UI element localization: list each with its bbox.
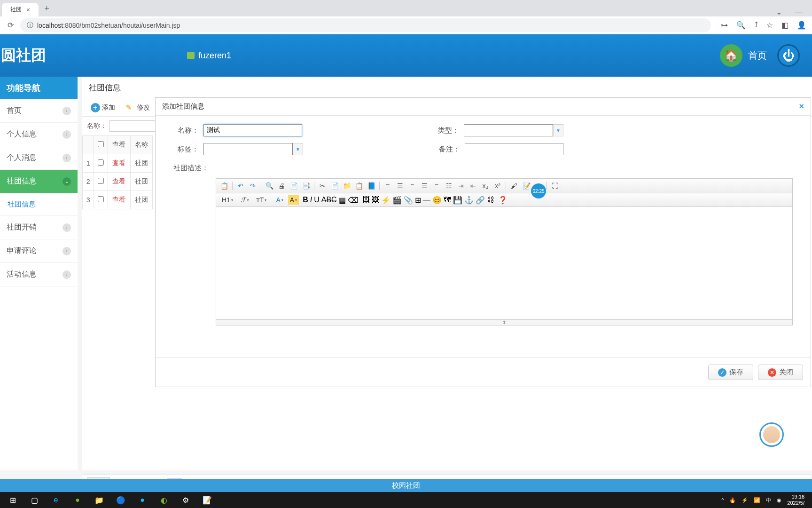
heading-dropdown[interactable]: H1▾ — [219, 195, 236, 205]
subscript-icon[interactable]: x₂ — [480, 181, 491, 191]
row-checkbox[interactable] — [98, 178, 104, 184]
tag-combo[interactable]: ▼ — [203, 143, 303, 155]
sidebar-item-profile[interactable]: 个人信息 › — [0, 123, 78, 146]
preview-icon[interactable]: 📄 — [289, 181, 299, 191]
gear-icon[interactable]: ⚙ — [176, 493, 195, 507]
fullscreen-icon[interactable]: ⛶ — [550, 181, 560, 191]
clock[interactable]: 19:16 2022/5/ — [787, 494, 804, 506]
align-right-icon[interactable]: ≡ — [407, 181, 417, 191]
close-icon[interactable]: × — [799, 102, 804, 111]
size-dropdown[interactable]: ᴛT▾ — [253, 195, 270, 205]
app2-icon[interactable]: ◐ — [154, 493, 174, 507]
zoom-icon[interactable]: 🔍 — [736, 21, 746, 30]
url-box[interactable]: ⓘ localhost:8080/bm02shetuan/houtai/user… — [20, 18, 711, 32]
row-checkbox[interactable] — [98, 159, 104, 166]
tray-icon[interactable]: ⚡ — [742, 497, 748, 503]
key-icon[interactable]: ⊶ — [720, 21, 728, 30]
share-icon[interactable]: ⤴ — [754, 21, 758, 30]
link-icon[interactable]: 🔗 — [476, 196, 485, 205]
help-icon[interactable]: ❓ — [498, 196, 508, 205]
reload-icon[interactable]: ⟳ — [6, 21, 16, 30]
edge-icon[interactable]: e — [46, 493, 66, 507]
brush-icon[interactable]: 🖌 — [509, 181, 519, 191]
copy-icon[interactable]: 📄 — [329, 181, 340, 191]
forecolor-dropdown[interactable]: A▾ — [273, 195, 286, 205]
chevron-down-icon[interactable]: ▼ — [553, 124, 563, 136]
print-icon[interactable]: 🖨 — [276, 181, 287, 191]
redo-icon[interactable]: ↷ — [248, 181, 258, 191]
edit-button[interactable]: ✎ 修改 — [122, 102, 154, 113]
sidebar-item-club-expense[interactable]: 社团开销 › — [0, 216, 78, 239]
info-icon[interactable]: ⓘ — [27, 21, 33, 30]
folder-icon[interactable]: 📁 — [342, 181, 352, 191]
undo-icon[interactable]: ↶ — [235, 181, 246, 191]
video-icon[interactable]: 🎬 — [392, 196, 402, 205]
emoji-icon[interactable]: 😊 — [432, 196, 442, 205]
list-ordered-icon[interactable]: ≡ — [431, 181, 442, 191]
new-tab-button[interactable]: + — [39, 1, 55, 16]
hr-icon[interactable]: — — [423, 196, 430, 204]
taskview-icon[interactable]: ▢ — [24, 493, 44, 507]
save-icon[interactable]: 💾 — [453, 196, 462, 205]
chevron-down-icon[interactable]: ▼ — [293, 143, 303, 155]
paste-word-icon[interactable]: 📘 — [366, 181, 376, 191]
font-dropdown[interactable]: ℱ▾ — [238, 195, 251, 205]
list-unordered-icon[interactable]: ☷ — [444, 181, 454, 191]
image2-icon[interactable]: 🖼 — [372, 196, 379, 204]
close-icon[interactable]: × — [26, 6, 30, 14]
add-button[interactable]: + 添加 — [87, 102, 119, 113]
grid-icon[interactable]: ▦ — [339, 196, 346, 205]
align-center-icon[interactable]: ☰ — [395, 181, 405, 191]
type-combo[interactable]: ▼ — [464, 124, 563, 136]
sidebar-item-messages[interactable]: 个人消息 › — [0, 146, 78, 170]
bold-icon[interactable]: B — [303, 196, 308, 204]
checkbox-all[interactable] — [98, 141, 104, 147]
home-label[interactable]: 首页 — [748, 49, 767, 62]
sidebar-item-club-info[interactable]: 社团信息 ⌄ — [0, 170, 78, 193]
anchor-icon[interactable]: ⚓ — [464, 196, 474, 205]
view-link[interactable]: 查看 — [112, 196, 125, 203]
unlink-icon[interactable]: ⛓ — [487, 196, 494, 204]
profile-icon[interactable]: 👤 — [797, 21, 806, 30]
notepad-icon[interactable]: 📝 — [197, 493, 217, 507]
outdent-icon[interactable]: ⇤ — [468, 181, 478, 191]
logout-button[interactable]: ⏻ — [777, 44, 800, 67]
editor-resize-handle[interactable]: ⬍ — [216, 320, 793, 325]
tray-icon[interactable]: 🔥 — [729, 497, 736, 503]
dash-icon[interactable]: ― — [795, 8, 803, 16]
remark-input[interactable] — [465, 143, 563, 155]
home-button[interactable]: 🏠 — [720, 44, 742, 67]
flash-icon[interactable]: ⚡ — [381, 196, 390, 205]
start-button[interactable]: ⊞ — [3, 493, 23, 507]
minimize-icon[interactable]: ⌄ — [776, 8, 782, 16]
paste-text-icon[interactable]: 📋 — [354, 181, 364, 191]
explorer-icon[interactable]: 📁 — [89, 493, 109, 507]
eraser-icon[interactable]: ⌫ — [348, 196, 359, 205]
sidebar-item-apply-comment[interactable]: 申请评论 › — [0, 239, 78, 263]
indent-icon[interactable]: ⇥ — [456, 181, 466, 191]
align-left-icon[interactable]: ≡ — [383, 181, 393, 191]
template-icon[interactable]: 📑 — [301, 181, 311, 191]
cut-icon[interactable]: ✂ — [317, 181, 328, 191]
italic-icon[interactable]: I — [310, 196, 312, 204]
tray-app-icon[interactable]: ◉ — [777, 497, 781, 503]
type-input[interactable] — [464, 124, 553, 136]
row-checkbox[interactable] — [98, 196, 104, 202]
table-icon[interactable]: ⊞ — [415, 196, 421, 205]
tray-chevron-icon[interactable]: ^ — [721, 497, 724, 503]
app-icon[interactable]: ● — [133, 493, 152, 507]
sidepanel-icon[interactable]: ◧ — [781, 21, 789, 30]
tag-input[interactable] — [203, 143, 293, 155]
strike-icon[interactable]: ABC — [321, 196, 337, 204]
underline-icon[interactable]: U — [314, 196, 320, 204]
save-button[interactable]: ✓ 保存 — [708, 365, 753, 380]
ime-label[interactable]: 中 — [766, 497, 771, 504]
wechat-icon[interactable]: ● — [68, 493, 87, 507]
bookmark-icon[interactable]: ☆ — [766, 21, 773, 30]
attach-icon[interactable]: 📎 — [404, 196, 413, 205]
superscript-icon[interactable]: x² — [492, 181, 503, 191]
format-icon[interactable]: 📝 — [521, 181, 531, 191]
paste-icon[interactable]: 📋 — [219, 181, 229, 191]
backcolor-dropdown[interactable]: A▾ — [288, 195, 299, 205]
sidebar-subitem-club-info[interactable]: 社团信息 — [0, 193, 78, 216]
